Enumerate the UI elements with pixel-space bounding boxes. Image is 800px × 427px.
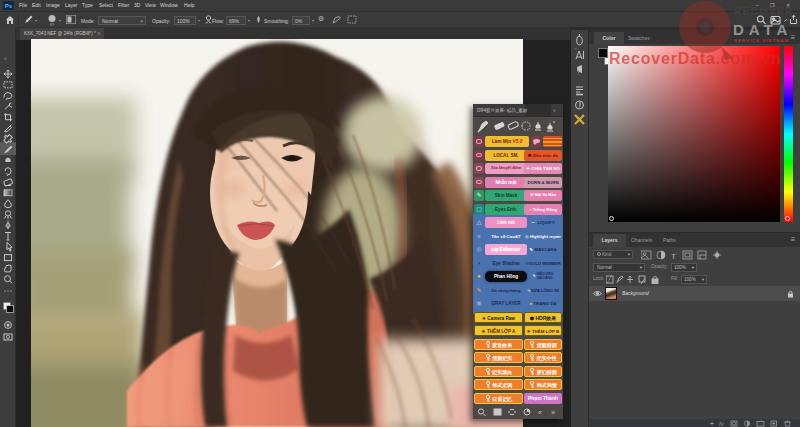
svg-text:69: 69 — [50, 23, 54, 27]
svg-text:fx: fx — [719, 421, 725, 427]
svg-text:T: T — [671, 252, 676, 261]
svg-text:«: « — [538, 409, 542, 416]
svg-text:»: » — [551, 409, 555, 416]
svg-text:Ps: Ps — [5, 3, 13, 9]
